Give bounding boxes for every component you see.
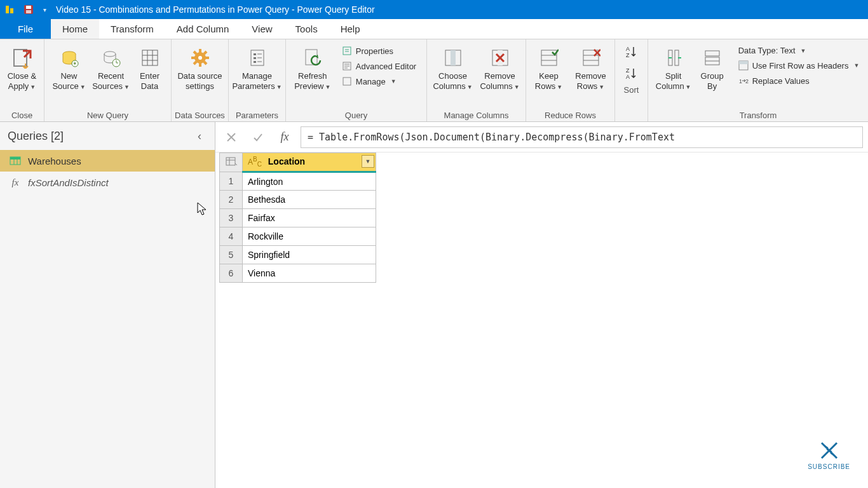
remove-rows-button[interactable]: Remove Rows▼ [570, 43, 612, 93]
titlebar: ▾ Video 15 - Combinations and Permutatio… [0, 0, 868, 19]
table-icon [9, 156, 22, 165]
svg-line-22 [194, 51, 196, 54]
tab-help[interactable]: Help [329, 19, 372, 39]
group-newquery: New Query [47, 108, 168, 121]
sort-asc-icon: AZ [625, 44, 639, 58]
remove-columns-icon [491, 44, 510, 71]
data-source-settings-button[interactable]: Data source settings [174, 43, 226, 93]
qat-customize[interactable]: ▾ [38, 6, 51, 13]
apply-formula-button[interactable] [247, 126, 269, 148]
recent-sources-button[interactable]: Recent Sources▼ [91, 43, 132, 93]
dna-icon [817, 439, 842, 462]
svg-text:A: A [626, 74, 630, 80]
collapse-queries-button[interactable]: ‹ [192, 130, 207, 143]
replace-icon: 12 [738, 76, 749, 86]
svg-text:1: 1 [739, 78, 742, 85]
tab-home[interactable]: Home [51, 19, 99, 39]
close-apply-icon [11, 44, 33, 71]
tab-view[interactable]: View [240, 19, 283, 39]
gear-icon [190, 44, 210, 71]
group-by-icon [703, 44, 722, 71]
group-by-button[interactable]: Group By [695, 43, 729, 93]
close-icon [226, 132, 236, 142]
table-row[interactable]: 1Arlington [220, 172, 376, 191]
query-item-label: Warehouses [28, 156, 81, 166]
tab-file[interactable]: File [0, 19, 51, 39]
choose-columns-button[interactable]: Choose Columns▼ [430, 43, 476, 93]
sort-desc-button[interactable]: ZA [625, 66, 639, 83]
group-close: Close [3, 108, 41, 121]
svg-rect-29 [254, 61, 256, 63]
advanced-editor-button[interactable]: Advanced Editor [338, 60, 420, 72]
close-apply-button[interactable]: Close & Apply▼ [3, 43, 41, 93]
cell-location[interactable]: Springfield [243, 246, 376, 264]
refresh-preview-button[interactable]: Refresh Preview▼ [292, 43, 333, 93]
table-row[interactable]: 4Rockville [220, 227, 376, 246]
group-reducerows: Reduce Rows [529, 108, 612, 121]
split-column-icon [664, 44, 683, 71]
cancel-formula-button[interactable] [220, 126, 242, 148]
row-number[interactable]: 1 [220, 172, 243, 191]
data-grid[interactable]: ABC Location ▼ 1Arlington2Bethesda3Fairf… [215, 152, 868, 488]
parameters-icon [248, 44, 267, 71]
text-type-icon: ABC [248, 158, 262, 166]
table-row[interactable]: 5Springfield [220, 246, 376, 264]
cell-location[interactable]: Arlington [243, 172, 376, 191]
column-filter-button[interactable]: ▼ [362, 155, 374, 168]
replace-values-button[interactable]: 12Replace Values [735, 74, 864, 87]
query-item-fxsortandisdistinct[interactable]: fxfxSortAndIsDistinct [0, 172, 215, 193]
cell-location[interactable]: Fairfax [243, 209, 376, 227]
svg-rect-48 [541, 50, 557, 65]
data-type-button[interactable]: Data Type: Text▼ [735, 44, 864, 57]
tab-tools[interactable]: Tools [284, 19, 329, 39]
table-row[interactable]: 6Vienna [220, 264, 376, 283]
row-number[interactable]: 3 [220, 209, 243, 227]
split-column-button[interactable]: Split Column▼ [653, 43, 694, 93]
manage-parameters-button[interactable]: Manage Parameters▼ [231, 43, 283, 93]
svg-rect-41 [343, 78, 351, 85]
properties-button[interactable]: Properties [338, 44, 420, 57]
row-number[interactable]: 6 [220, 264, 243, 283]
svg-rect-27 [254, 53, 256, 55]
group-datasources: Data Sources [174, 108, 226, 121]
remove-columns-button[interactable]: Remove Columns▼ [477, 43, 523, 93]
first-row-headers-button[interactable]: Use First Row as Headers▼ [735, 59, 864, 72]
manage-query-button[interactable]: Manage▼ [338, 75, 420, 88]
save-button[interactable] [19, 4, 38, 15]
svg-text:Z: Z [626, 67, 630, 74]
app-icon [0, 4, 19, 15]
svg-text:2: 2 [745, 78, 749, 85]
enter-data-button[interactable]: Enter Data [133, 43, 167, 93]
formula-input[interactable]: = Table.FromRows(Json.Document(Binary.De… [301, 126, 863, 148]
svg-rect-70 [10, 157, 20, 159]
table-corner-menu[interactable] [220, 153, 243, 172]
query-item-warehouses[interactable]: Warehouses [0, 150, 215, 172]
svg-rect-4 [26, 10, 31, 13]
cell-location[interactable]: Rockville [243, 227, 376, 246]
svg-rect-3 [26, 6, 31, 9]
cell-location[interactable]: Vienna [243, 264, 376, 283]
cell-location[interactable]: Bethesda [243, 191, 376, 209]
column-header-location[interactable]: ABC Location ▼ [243, 153, 376, 172]
svg-point-9 [104, 51, 116, 57]
row-number[interactable]: 2 [220, 191, 243, 209]
svg-rect-11 [142, 50, 158, 65]
svg-line-25 [194, 62, 196, 64]
svg-rect-75 [226, 158, 235, 165]
svg-line-23 [204, 62, 207, 64]
keep-rows-button[interactable]: Keep Rows▼ [529, 43, 569, 93]
table-row[interactable]: 2Bethesda [220, 191, 376, 209]
enter-data-icon [140, 44, 159, 71]
table-row[interactable]: 3Fairfax [220, 209, 376, 227]
tab-addcolumn[interactable]: Add Column [165, 19, 241, 39]
fx-label: fx [274, 126, 295, 148]
new-source-button[interactable]: ✶ New Source▼ [49, 43, 90, 93]
sort-asc-button[interactable]: AZ [625, 44, 639, 61]
row-number[interactable]: 5 [220, 246, 243, 264]
query-item-label: fxSortAndIsDistinct [28, 177, 109, 188]
svg-rect-62 [705, 51, 719, 56]
row-number[interactable]: 4 [220, 227, 243, 246]
ribbon-tabs: File Home Transform Add Column View Tool… [0, 19, 868, 39]
group-managecols: Manage Columns [430, 108, 523, 121]
tab-transform[interactable]: Transform [99, 19, 165, 39]
